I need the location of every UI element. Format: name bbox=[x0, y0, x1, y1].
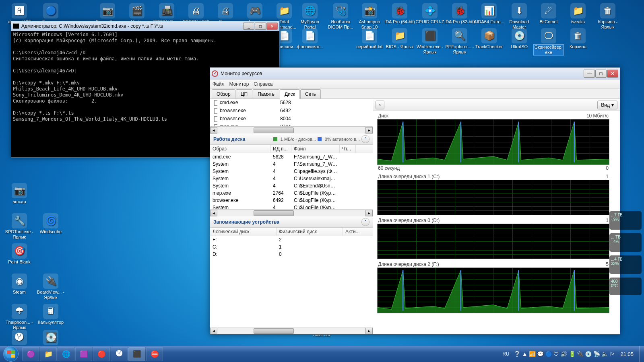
table-row[interactable]: System4C:\Users\alexmaj46... bbox=[210, 175, 373, 182]
desktop-icon[interactable]: 📄фоенкомат... bbox=[295, 28, 325, 49]
process-list[interactable]: cmd.exe5628browser.exe6492browser.exe800… bbox=[210, 99, 373, 126]
storage-list[interactable]: Логический диск Физический диск Акти... … bbox=[210, 228, 373, 327]
table-row[interactable]: F:2 bbox=[210, 236, 373, 243]
table-row[interactable]: System4C:\pagefile.sys (Фа... bbox=[210, 168, 373, 175]
taskbar-item[interactable]: 🟪 bbox=[75, 347, 92, 361]
desktop-icon[interactable]: 🐞IDA Pro (32-bit) bbox=[444, 3, 475, 25]
tray-icon[interactable]: 📡 bbox=[593, 351, 600, 357]
close-button[interactable]: ✕ bbox=[607, 70, 618, 78]
start-button[interactable] bbox=[0, 346, 22, 362]
checkbox[interactable] bbox=[214, 116, 217, 122]
table-row[interactable]: System4C:\$LogFile (Журн... bbox=[210, 204, 373, 209]
scrollbar-h[interactable]: ◄► bbox=[210, 209, 373, 216]
close-button[interactable]: ✕ bbox=[266, 23, 278, 30]
tray-icon[interactable]: 🔊 bbox=[560, 351, 567, 357]
tab-Обзор[interactable]: Обзор bbox=[212, 89, 235, 99]
desktop-icon[interactable]: 📄серийный.txt bbox=[354, 28, 385, 49]
taskbar-item[interactable]: 🟣 bbox=[22, 347, 39, 361]
desktop-icon[interactable]: ◉Steam bbox=[4, 274, 35, 295]
tray-icon[interactable]: 🔋 bbox=[569, 351, 576, 357]
sidebar-gadget[interactable]: ... ТБ-.4% bbox=[609, 233, 642, 252]
desktop-icon[interactable]: 🗑Коpзина bbox=[563, 28, 593, 49]
tray-icon[interactable]: ❔ bbox=[514, 351, 520, 357]
storage-header[interactable]: Запоминающие устройства ⌃ bbox=[210, 216, 373, 228]
tray-icon[interactable]: 💬 bbox=[537, 351, 544, 357]
tab-ЦП[interactable]: ЦП bbox=[236, 89, 253, 99]
maximize-button[interactable]: □ bbox=[595, 70, 607, 78]
tray-icon[interactable]: 🔈 bbox=[601, 351, 608, 357]
scrollbar-h[interactable]: ◄► bbox=[210, 327, 373, 334]
desktop-icon[interactable]: 📊AIDA64 Extre... bbox=[474, 3, 504, 25]
desktop-icon[interactable]: ⬇Download Master bbox=[504, 3, 535, 30]
collapse-arrow-button[interactable]: › bbox=[376, 101, 384, 109]
table-row[interactable]: D:0 bbox=[210, 251, 373, 258]
desktop-icon[interactable]: ⬛WinHex.exe - Ярлык bbox=[415, 28, 445, 55]
desktop-icon[interactable]: 🔌BoardView... - Ярлык bbox=[35, 274, 66, 300]
desktop-icon[interactable]: 🔍PEExplorer... - Ярлык bbox=[444, 28, 475, 55]
list-item[interactable]: browser.exe6492 bbox=[210, 107, 373, 115]
desktop-icon[interactable]: 🌩Thaiphoon... - Ярлык bbox=[4, 304, 35, 330]
desktop-icon[interactable]: 📸Ashampoo Snap 10 bbox=[354, 3, 385, 30]
tray-icon[interactable]: 🏳 bbox=[609, 351, 615, 357]
scrollbar-h[interactable]: ◄► bbox=[210, 126, 373, 134]
desktop-icon[interactable]: 📁BIOS - Ярлык bbox=[384, 28, 415, 49]
desktop-icon[interactable]: ☄BitComet bbox=[533, 3, 564, 25]
tray-icon[interactable]: ▲ bbox=[522, 351, 528, 357]
tray-icon[interactable]: 🔌 bbox=[577, 351, 584, 357]
table-row[interactable]: C:1 bbox=[210, 243, 373, 251]
desktop-icon[interactable]: 📁tweaks bbox=[563, 3, 593, 25]
table-row[interactable]: browser.exe6492C:\$LogFile (Журн... bbox=[210, 197, 373, 204]
list-item[interactable]: mep.exe2764 bbox=[210, 123, 373, 126]
desktop-icon[interactable]: 🔧SPDTool.exe - Ярлык bbox=[4, 213, 35, 240]
desktop-icon[interactable]: 📦TrackChecker bbox=[474, 28, 504, 49]
taskbar-item[interactable]: 🔴 bbox=[93, 347, 110, 361]
sidebar-gadget[interactable]: ...4 ГБ33% bbox=[609, 255, 642, 274]
taskbar-item[interactable]: ⛔ bbox=[146, 347, 163, 361]
view-dropdown[interactable]: Вид▾ bbox=[597, 101, 617, 109]
checkbox[interactable] bbox=[214, 100, 217, 106]
collapse-button[interactable]: ⌃ bbox=[361, 135, 369, 143]
taskbar-item[interactable]: 📁 bbox=[40, 347, 57, 361]
disk-activity-header[interactable]: Работа диска 1 МБ/с - дисков... 0% актив… bbox=[210, 134, 373, 145]
sidebar-gadget[interactable]: ...7 ГБ-.9% bbox=[609, 211, 642, 230]
menu-help[interactable]: Справка bbox=[254, 81, 272, 87]
tray-icon[interactable]: 🔵 bbox=[545, 351, 552, 357]
desktop-icon[interactable]: 🖩Калькулятор bbox=[35, 304, 66, 325]
desktop-icon[interactable]: 🐞IDA Pro (64-bit) bbox=[384, 3, 415, 25]
desktop-icon[interactable]: 🗑Коpзина - Ярлык bbox=[592, 3, 623, 30]
desktop-icon[interactable]: 🎯Point Blank bbox=[4, 243, 35, 265]
minimize-button[interactable]: — bbox=[584, 70, 595, 78]
tab-Память[interactable]: Память bbox=[253, 89, 279, 99]
desktop-icon[interactable]: 💠CPUID CPU-Z bbox=[415, 3, 445, 25]
taskbar-item[interactable]: 🅨 bbox=[111, 347, 128, 361]
desktop-icon[interactable]: 💿UltraISO bbox=[504, 28, 535, 49]
table-row[interactable]: System4F:\Samsung_7_Wo... bbox=[210, 160, 373, 168]
tray-icon[interactable]: 📶 bbox=[529, 351, 536, 357]
desktop-icon[interactable]: 🩺Инобитек DICOM Пр... bbox=[325, 3, 356, 30]
show-desktop-button[interactable] bbox=[639, 346, 644, 362]
checkbox[interactable] bbox=[214, 108, 217, 114]
clock[interactable]: 21:05 bbox=[618, 351, 636, 357]
language-indicator[interactable]: RU bbox=[501, 350, 511, 358]
minimize-button[interactable]: _ bbox=[243, 23, 254, 30]
maximize-button[interactable]: □ bbox=[255, 23, 266, 30]
tab-Диск[interactable]: Диск bbox=[280, 89, 300, 99]
cmd-titlebar[interactable]: Администратор: C:\Windows\system32\cmd.e… bbox=[11, 21, 279, 31]
desktop-icon[interactable]: 🌀Windscribe bbox=[35, 213, 66, 234]
tray-icon[interactable]: 🛡 bbox=[553, 351, 559, 357]
desktop-icon[interactable]: 📷amcap bbox=[4, 183, 35, 204]
table-row[interactable]: cmd.exe5628F:\Samsung_7_Wo... bbox=[210, 153, 373, 160]
list-item[interactable]: browser.exe8004 bbox=[210, 115, 373, 123]
disk-activity-list[interactable]: Образ ИД п... Файл Чт... cmd.exe5628F:\S… bbox=[210, 145, 373, 209]
menu-file[interactable]: Файл bbox=[213, 81, 225, 87]
list-item[interactable]: cmd.exe5628 bbox=[210, 99, 373, 107]
tab-Сеть[interactable]: Сеть bbox=[300, 89, 321, 99]
resmon-titlebar[interactable]: Монитор ресурсов — □ ✕ bbox=[210, 68, 620, 80]
menu-monitor[interactable]: Монитор bbox=[229, 81, 249, 87]
taskbar-item[interactable]: ⬛ bbox=[128, 347, 145, 361]
collapse-button[interactable]: ⌃ bbox=[361, 218, 369, 226]
tray-icon[interactable]: 💿 bbox=[585, 351, 592, 357]
table-row[interactable]: System4C:\$Extend\$UsnJr... bbox=[210, 182, 373, 189]
desktop-icon[interactable]: 🌐MyEpson Portal bbox=[295, 3, 325, 30]
sidebar-gadget[interactable]: 4600°C bbox=[609, 278, 642, 295]
